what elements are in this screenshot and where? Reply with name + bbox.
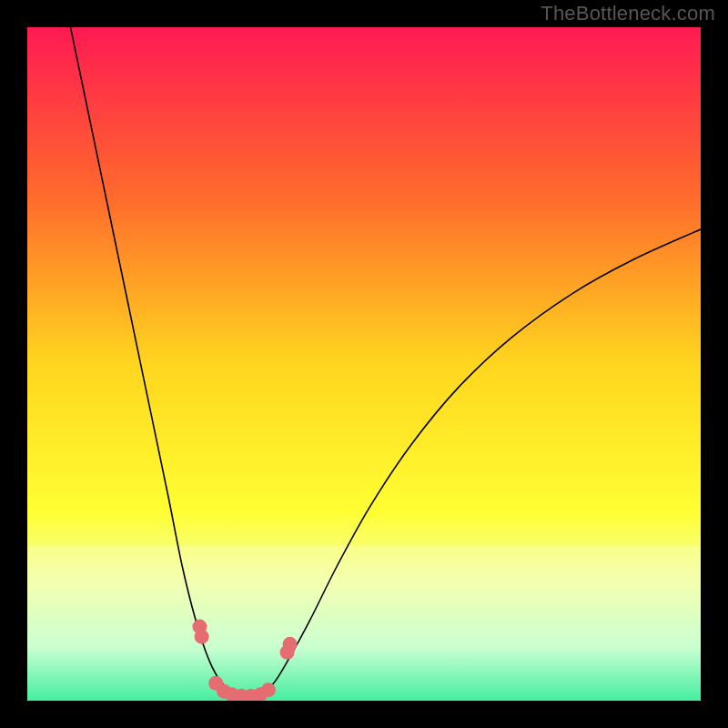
pale-band <box>27 546 701 701</box>
marker-dot <box>283 637 298 652</box>
marker-dot <box>195 630 209 644</box>
marker-dot <box>261 682 276 697</box>
watermark-text: TheBottleneck.com <box>541 2 715 25</box>
chart-frame: TheBottleneck.com <box>0 0 728 728</box>
plot-area <box>27 27 701 701</box>
bottleneck-curve-chart <box>27 27 701 701</box>
